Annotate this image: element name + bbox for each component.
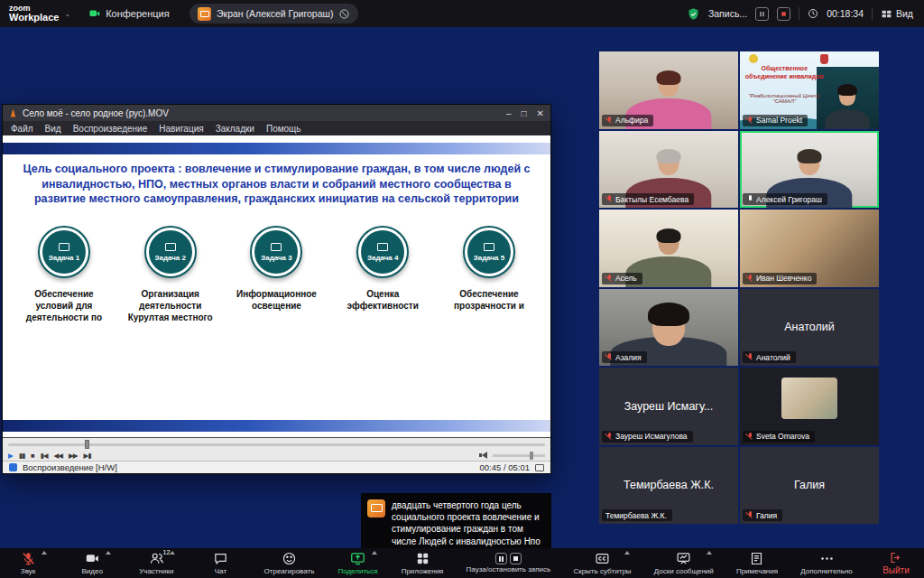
view-button-label: Вид: [896, 8, 913, 19]
participant-tile-temirbaeva[interactable]: Темирбаева Ж.К. Темирбаева Ж.К.: [599, 447, 738, 525]
toolbar-notes-button[interactable]: Примечания: [736, 548, 778, 578]
task-circle-4: Задача 4: [356, 226, 409, 278]
pause-recording-icon[interactable]: [495, 553, 507, 564]
captions-icon: [595, 551, 610, 566]
video-chevron-icon[interactable]: [106, 551, 111, 555]
menu-playback[interactable]: Воспроизведение: [73, 124, 148, 134]
toolbar-chat-button[interactable]: Чат: [199, 548, 241, 578]
stop-recording-button[interactable]: [777, 7, 790, 21]
screen-share-pill[interactable]: Экран (Алексей Григораш): [189, 4, 358, 23]
previous-icon[interactable]: [41, 452, 48, 460]
task-item-4: Задача 4 Оценка эффективности: [329, 226, 436, 323]
topbar-divider-2: [872, 7, 873, 20]
screen-share-pill-label: Экран (Алексей Григораш): [217, 8, 333, 19]
next-icon[interactable]: [84, 452, 91, 460]
task-5-icon: [484, 243, 494, 251]
transport-controls: [3, 450, 550, 461]
close-button[interactable]: ✕: [537, 108, 544, 118]
speaker-icon[interactable]: [479, 452, 488, 459]
player-status-bar: Воспроизведение [H/W] 00:45 / 05:01: [3, 461, 550, 473]
captions-label: Скрыть субтитры: [573, 567, 631, 575]
task-5-label: Обеспечение прозрачности и: [441, 288, 536, 312]
rewind-icon[interactable]: [53, 452, 62, 460]
participant-name: Азалия: [602, 351, 647, 363]
task-circle-2: Задача 2: [144, 226, 197, 278]
menu-navigation[interactable]: Навигация: [159, 124, 203, 134]
toolbar-captions-button[interactable]: Скрыть субтитры: [573, 548, 631, 578]
toolbar-share-button[interactable]: Поделиться: [337, 548, 379, 578]
play-icon[interactable]: [8, 452, 13, 460]
stop-icon[interactable]: [31, 452, 34, 460]
toolbar-react-button[interactable]: Отреагировать: [264, 548, 315, 578]
share-chevron-icon[interactable]: [372, 551, 377, 555]
shared-screen-icon: [198, 7, 211, 21]
volume-slider[interactable]: [493, 454, 545, 457]
task-circle-5: Задача 5: [463, 226, 515, 278]
video-canvas[interactable]: Цель социального проекта : вовлечение и …: [3, 135, 550, 437]
participant-tile-aleksey-active-speaker[interactable]: Алексей Григораш: [740, 131, 879, 209]
camera-green-icon: [88, 7, 101, 20]
seek-thumb[interactable]: [85, 440, 89, 449]
participant-name: Зауреш Исмагулова: [602, 431, 693, 443]
fast-forward-icon[interactable]: [69, 452, 78, 460]
participants-count-badge: 12: [162, 549, 170, 555]
stop-recording-icon[interactable]: [510, 553, 522, 564]
participants-chevron-icon[interactable]: [170, 551, 175, 555]
meeting-tab[interactable]: Конференция: [78, 7, 180, 20]
toolbar-record-controls[interactable]: Пауза/остановить запись: [467, 548, 551, 578]
toolbar-participants-button[interactable]: 12 Участники: [135, 548, 177, 578]
record-label: Пауза/остановить запись: [467, 565, 551, 573]
participant-name: Темирбаева Ж.К.: [602, 509, 672, 521]
participant-tile-asel[interactable]: Асель: [599, 210, 738, 287]
task-3-label: Информационное освещение: [229, 288, 324, 312]
captions-chevron-icon[interactable]: [624, 551, 630, 555]
menu-file[interactable]: Файл: [11, 124, 33, 134]
participant-tile-galiya[interactable]: Галия Галия: [740, 447, 879, 525]
chat-icon: [213, 551, 228, 566]
slide-logo-right: [820, 54, 828, 64]
stop-share-icon[interactable]: [338, 8, 350, 20]
volume-control[interactable]: [479, 452, 545, 459]
logo-chevron-icon[interactable]: ⌄: [64, 10, 70, 18]
toolbar-whiteboards-button[interactable]: Доски сообщений: [654, 548, 714, 578]
toolbar-audio-button[interactable]: Звук: [7, 548, 49, 578]
toolbar-video-button[interactable]: Видео: [71, 548, 113, 578]
menu-bookmarks[interactable]: Закладки: [216, 124, 254, 134]
participant-tile-ivan[interactable]: Иван Шевченко: [740, 210, 879, 287]
participants-grid: Альфира Общественное объединение инвалид…: [599, 51, 879, 524]
participant-tile-sveta[interactable]: Sveta Omarova: [740, 368, 879, 445]
menu-help[interactable]: Помощь: [266, 124, 301, 134]
view-button[interactable]: Вид: [881, 8, 913, 20]
shared-slide-subtitle: "Реабилитационный Центр "САМАЛ": [744, 93, 825, 104]
participant-name: Бактылы Есембаева: [602, 193, 694, 205]
participant-tile-samal-proekt[interactable]: Общественное объединение инвалидов "Реаб…: [740, 51, 879, 129]
player-title-bar[interactable]: Село моё - село родное (рус).MOV – □ ✕: [3, 105, 550, 121]
toolbar-more-button[interactable]: Дополнительно: [800, 548, 853, 578]
participant-tile-anatoliy[interactable]: Анатолий Анатолий: [740, 289, 879, 367]
participant-tile-azaliya[interactable]: Азалия: [599, 289, 738, 367]
menu-view[interactable]: Вид: [45, 124, 61, 134]
toolbar-apps-button[interactable]: Приложения: [402, 548, 444, 578]
playback-status-text: Воспроизведение [H/W]: [23, 462, 117, 472]
whiteboard-icon: [676, 551, 691, 566]
maximize-button[interactable]: □: [522, 108, 527, 118]
participant-tile-alfira[interactable]: Альфира: [599, 51, 738, 129]
pause-recording-button[interactable]: [755, 7, 769, 21]
playback-time: 00:45 / 05:01: [480, 462, 530, 472]
slide-tasks-row: Задача 1 Обеспечение условий для деятель…: [11, 226, 542, 323]
participant-tile-zauresh[interactable]: Зауреш Исмагу... Зауреш Исмагулова: [599, 368, 738, 445]
seek-bar[interactable]: [3, 437, 550, 450]
task-circle-3: Задача 3: [250, 226, 302, 278]
minimize-button[interactable]: –: [506, 108, 512, 118]
participant-tile-baktyly[interactable]: Бактылы Есембаева: [599, 131, 738, 209]
audio-chevron-icon[interactable]: [42, 551, 47, 555]
view-grid-icon: [881, 8, 892, 20]
whiteboards-chevron-icon[interactable]: [707, 551, 712, 555]
participant-name: Иван Шевченко: [743, 273, 817, 284]
task-2-label: Организация деятельности Курултая местно…: [123, 288, 217, 323]
mic-muted-icon: [746, 117, 753, 125]
caption-speaker-avatar: [367, 499, 385, 517]
encryption-shield-icon[interactable]: [687, 7, 700, 21]
pause-icon[interactable]: [19, 452, 24, 460]
toolbar-leave-button[interactable]: Выйти: [875, 548, 917, 578]
